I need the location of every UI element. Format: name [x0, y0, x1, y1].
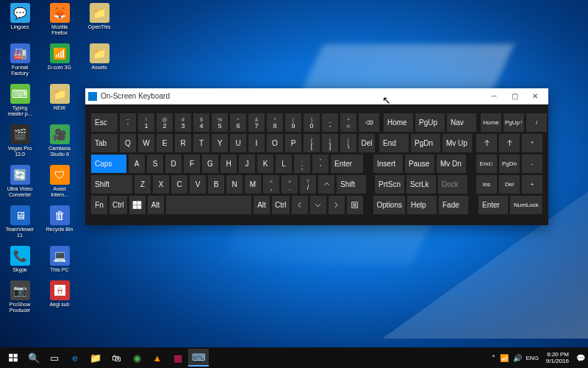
- taskbar-explorer[interactable]: 📁: [85, 349, 106, 367]
- key-x[interactable]: X: [153, 175, 169, 194]
- key-z[interactable]: Z: [135, 175, 151, 194]
- key-menu[interactable]: [347, 196, 363, 214]
- tray-overflow-icon[interactable]: ˄: [492, 354, 495, 362]
- key-f[interactable]: F: [184, 155, 200, 173]
- desktop-icon-new[interactable]: 📁NEW: [44, 84, 75, 117]
- key-m[interactable]: M: [245, 175, 261, 194]
- key-space[interactable]: [166, 196, 251, 214]
- key-,[interactable]: <,: [263, 175, 279, 194]
- key-q[interactable]: Q: [120, 134, 136, 152]
- taskbar-task-view[interactable]: ▭: [44, 349, 65, 367]
- desktop-icon-proshow-producer[interactable]: 📷ProShow Producer: [4, 280, 35, 314]
- taskbar-search[interactable]: 🔍: [24, 349, 44, 367]
- key-enter[interactable]: Enter: [331, 155, 363, 173]
- key-right-arrow[interactable]: [329, 196, 345, 214]
- key-[[interactable]: {[: [304, 134, 320, 152]
- key-ctrl-right[interactable]: Ctrl: [272, 196, 290, 214]
- key-\[interactable]: |\: [340, 134, 356, 152]
- key-caps[interactable]: Caps: [91, 155, 126, 173]
- key-2[interactable]: @2: [157, 113, 173, 132]
- taskbar-store[interactable]: 🛍: [106, 349, 126, 367]
- volume-icon[interactable]: 🔊: [513, 354, 522, 362]
- key-shift-right[interactable]: Shift: [337, 175, 366, 194]
- taskbar-vlc[interactable]: ▲: [147, 349, 168, 367]
- numpad-enter[interactable]: Enter: [478, 196, 508, 214]
- key-help[interactable]: Help: [407, 196, 437, 214]
- numpad-end[interactable]: End ↓: [476, 155, 497, 173]
- key-k[interactable]: K: [257, 155, 273, 173]
- key-down-arrow[interactable]: [310, 196, 326, 214]
- key--[interactable]: _-: [322, 113, 338, 132]
- key-y[interactable]: Y: [212, 134, 228, 152]
- key-4[interactable]: $4: [193, 113, 209, 132]
- desktop-icon-vegas-pro-13-0[interactable]: 🎬Vegas Pro 13.0: [4, 124, 35, 158]
- numpad-up-icon[interactable]: [476, 134, 497, 152]
- key-mvup[interactable]: Mv Up: [442, 134, 472, 152]
- key-numlock[interactable]: NumLock: [510, 196, 542, 214]
- key-left-arrow[interactable]: [292, 196, 308, 214]
- key-alt-right[interactable]: Alt: [254, 196, 270, 214]
- key-pgdn[interactable]: PgDn: [411, 134, 440, 152]
- key-alt-left[interactable]: Alt: [148, 196, 164, 214]
- desktop-icon-format-factory[interactable]: 🏭Format Factory: [4, 43, 35, 77]
- desktop-icon-camtasia-studio-8[interactable]: 🎥Camtasia Studio 8: [44, 124, 75, 158]
- key-fade[interactable]: Fade: [439, 196, 468, 214]
- network-icon[interactable]: 📶: [500, 354, 509, 362]
- numpad-pgdn[interactable]: PgDn: [499, 155, 520, 173]
- taskbar-app1[interactable]: ▦: [168, 349, 188, 367]
- taskbar-osk-task[interactable]: ⌨: [188, 349, 209, 367]
- key-o[interactable]: O: [267, 134, 283, 152]
- desktop-icon-teamviewer-11[interactable]: 🖥TeamViewer 11: [4, 205, 35, 238]
- key-a[interactable]: A: [129, 155, 145, 173]
- desktop-icon-aegi-sub[interactable]: 🅰Aegi sub: [44, 280, 75, 314]
- key-;[interactable]: :;: [294, 155, 310, 173]
- key-mv dn[interactable]: Mv Dn: [437, 155, 466, 173]
- key-esc[interactable]: Esc: [91, 113, 118, 132]
- key-scrlk[interactable]: ScrLk: [406, 175, 436, 194]
- numpad-del[interactable]: Del: [499, 175, 520, 194]
- key-c[interactable]: C: [171, 175, 187, 194]
- taskbar-start[interactable]: [3, 349, 24, 367]
- key-u[interactable]: U: [230, 134, 246, 152]
- key-home[interactable]: Home: [384, 113, 413, 132]
- key-insert[interactable]: Insert: [373, 155, 403, 173]
- key-backspace[interactable]: [359, 113, 379, 132]
- desktop-icon-assets[interactable]: 📁Assets: [84, 43, 115, 77]
- desktop-icon-ultra-video-converter[interactable]: 🔄Ultra Video Converter: [4, 165, 35, 198]
- key-i[interactable]: I: [248, 134, 265, 152]
- key-1[interactable]: !1: [138, 113, 154, 132]
- key-dock[interactable]: Dock: [438, 175, 467, 194]
- desktop-icon-avast-intern-[interactable]: 🛡Avast Intern...: [44, 165, 75, 198]
- maximize-button[interactable]: ▢: [504, 89, 525, 104]
- key-tab[interactable]: Tab: [91, 134, 118, 152]
- key-v[interactable]: V: [190, 175, 206, 194]
- key-p[interactable]: P: [285, 134, 301, 152]
- numpad-ins[interactable]: Ins: [476, 175, 497, 194]
- numpad-slash[interactable]: /: [526, 113, 547, 132]
- numpad-home[interactable]: Home: [481, 113, 501, 132]
- clock[interactable]: 8:20 PM 9/1/2016: [543, 351, 572, 364]
- taskbar-edge[interactable]: e: [65, 349, 85, 367]
- key-ctrl-left[interactable]: Ctrl: [110, 196, 127, 214]
- numpad-up2-icon[interactable]: [499, 134, 520, 152]
- key-prtscn[interactable]: PrtScn: [375, 175, 404, 194]
- taskbar-chrome[interactable]: ◉: [126, 349, 147, 367]
- desktop-icon-openthis[interactable]: 📁OpenThis: [84, 3, 115, 36]
- desktop-icon-lingoes[interactable]: 💬Lingoes: [4, 3, 35, 36]
- desktop-icon-d-com-3g[interactable]: 📶D-com 3G: [44, 43, 75, 77]
- key-s[interactable]: S: [147, 155, 163, 173]
- key-del[interactable]: Del: [359, 134, 375, 152]
- numpad-star[interactable]: *: [522, 134, 542, 152]
- numpad-plus[interactable]: +: [522, 175, 542, 194]
- key-n[interactable]: N: [226, 175, 243, 194]
- key-7[interactable]: &7: [248, 113, 265, 132]
- key-9[interactable]: (9: [285, 113, 301, 132]
- desktop-icon-mozilla-firefox[interactable]: 🦊Mozilla Firefox: [44, 3, 75, 36]
- key-t[interactable]: T: [193, 134, 209, 152]
- key-fn[interactable]: Fn: [91, 196, 107, 214]
- key-/[interactable]: ?/: [300, 175, 316, 194]
- key-d[interactable]: D: [165, 155, 182, 173]
- desktop-icon-recycle-bin[interactable]: 🗑Recycle Bin: [44, 205, 75, 238]
- action-center-icon[interactable]: 💬: [576, 354, 585, 362]
- close-button[interactable]: ✕: [525, 89, 545, 104]
